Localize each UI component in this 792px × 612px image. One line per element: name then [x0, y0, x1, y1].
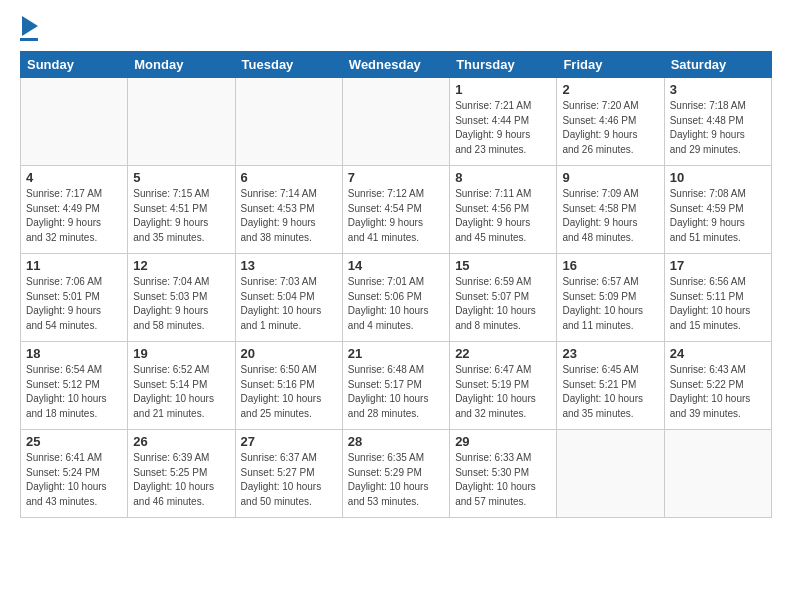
weekday-header-sunday: Sunday — [21, 52, 128, 78]
day-number: 8 — [455, 170, 551, 185]
day-number: 19 — [133, 346, 229, 361]
day-number: 17 — [670, 258, 766, 273]
calendar-cell: 6Sunrise: 7:14 AMSunset: 4:53 PMDaylight… — [235, 166, 342, 254]
day-number: 13 — [241, 258, 337, 273]
day-info: Sunrise: 6:52 AMSunset: 5:14 PMDaylight:… — [133, 363, 229, 421]
calendar-cell: 12Sunrise: 7:04 AMSunset: 5:03 PMDayligh… — [128, 254, 235, 342]
day-number: 24 — [670, 346, 766, 361]
day-number: 26 — [133, 434, 229, 449]
day-info: Sunrise: 7:15 AMSunset: 4:51 PMDaylight:… — [133, 187, 229, 245]
day-info: Sunrise: 7:01 AMSunset: 5:06 PMDaylight:… — [348, 275, 444, 333]
day-info: Sunrise: 7:04 AMSunset: 5:03 PMDaylight:… — [133, 275, 229, 333]
day-number: 12 — [133, 258, 229, 273]
day-number: 28 — [348, 434, 444, 449]
day-info: Sunrise: 7:09 AMSunset: 4:58 PMDaylight:… — [562, 187, 658, 245]
calendar-cell: 20Sunrise: 6:50 AMSunset: 5:16 PMDayligh… — [235, 342, 342, 430]
calendar-cell: 29Sunrise: 6:33 AMSunset: 5:30 PMDayligh… — [450, 430, 557, 518]
week-row-2: 4Sunrise: 7:17 AMSunset: 4:49 PMDaylight… — [21, 166, 772, 254]
calendar-cell: 23Sunrise: 6:45 AMSunset: 5:21 PMDayligh… — [557, 342, 664, 430]
day-number: 1 — [455, 82, 551, 97]
day-info: Sunrise: 6:47 AMSunset: 5:19 PMDaylight:… — [455, 363, 551, 421]
calendar-cell: 26Sunrise: 6:39 AMSunset: 5:25 PMDayligh… — [128, 430, 235, 518]
day-info: Sunrise: 7:08 AMSunset: 4:59 PMDaylight:… — [670, 187, 766, 245]
calendar-cell — [342, 78, 449, 166]
day-info: Sunrise: 6:56 AMSunset: 5:11 PMDaylight:… — [670, 275, 766, 333]
day-info: Sunrise: 6:59 AMSunset: 5:07 PMDaylight:… — [455, 275, 551, 333]
day-number: 27 — [241, 434, 337, 449]
day-number: 11 — [26, 258, 122, 273]
calendar-cell: 4Sunrise: 7:17 AMSunset: 4:49 PMDaylight… — [21, 166, 128, 254]
calendar-cell: 2Sunrise: 7:20 AMSunset: 4:46 PMDaylight… — [557, 78, 664, 166]
day-number: 18 — [26, 346, 122, 361]
calendar: SundayMondayTuesdayWednesdayThursdayFrid… — [20, 51, 772, 518]
calendar-cell: 27Sunrise: 6:37 AMSunset: 5:27 PMDayligh… — [235, 430, 342, 518]
day-number: 2 — [562, 82, 658, 97]
day-info: Sunrise: 7:11 AMSunset: 4:56 PMDaylight:… — [455, 187, 551, 245]
day-info: Sunrise: 6:33 AMSunset: 5:30 PMDaylight:… — [455, 451, 551, 509]
calendar-cell: 3Sunrise: 7:18 AMSunset: 4:48 PMDaylight… — [664, 78, 771, 166]
day-number: 5 — [133, 170, 229, 185]
calendar-cell: 1Sunrise: 7:21 AMSunset: 4:44 PMDaylight… — [450, 78, 557, 166]
day-number: 10 — [670, 170, 766, 185]
calendar-cell — [235, 78, 342, 166]
calendar-cell: 13Sunrise: 7:03 AMSunset: 5:04 PMDayligh… — [235, 254, 342, 342]
calendar-cell: 19Sunrise: 6:52 AMSunset: 5:14 PMDayligh… — [128, 342, 235, 430]
day-info: Sunrise: 7:06 AMSunset: 5:01 PMDaylight:… — [26, 275, 122, 333]
week-row-4: 18Sunrise: 6:54 AMSunset: 5:12 PMDayligh… — [21, 342, 772, 430]
day-number: 9 — [562, 170, 658, 185]
day-info: Sunrise: 7:18 AMSunset: 4:48 PMDaylight:… — [670, 99, 766, 157]
header — [20, 16, 772, 41]
day-info: Sunrise: 6:57 AMSunset: 5:09 PMDaylight:… — [562, 275, 658, 333]
week-row-3: 11Sunrise: 7:06 AMSunset: 5:01 PMDayligh… — [21, 254, 772, 342]
day-info: Sunrise: 7:21 AMSunset: 4:44 PMDaylight:… — [455, 99, 551, 157]
day-number: 16 — [562, 258, 658, 273]
week-row-5: 25Sunrise: 6:41 AMSunset: 5:24 PMDayligh… — [21, 430, 772, 518]
day-info: Sunrise: 7:03 AMSunset: 5:04 PMDaylight:… — [241, 275, 337, 333]
calendar-cell: 28Sunrise: 6:35 AMSunset: 5:29 PMDayligh… — [342, 430, 449, 518]
calendar-cell: 15Sunrise: 6:59 AMSunset: 5:07 PMDayligh… — [450, 254, 557, 342]
calendar-cell — [557, 430, 664, 518]
calendar-cell: 18Sunrise: 6:54 AMSunset: 5:12 PMDayligh… — [21, 342, 128, 430]
calendar-cell: 8Sunrise: 7:11 AMSunset: 4:56 PMDaylight… — [450, 166, 557, 254]
day-info: Sunrise: 6:54 AMSunset: 5:12 PMDaylight:… — [26, 363, 122, 421]
calendar-cell: 10Sunrise: 7:08 AMSunset: 4:59 PMDayligh… — [664, 166, 771, 254]
day-info: Sunrise: 6:48 AMSunset: 5:17 PMDaylight:… — [348, 363, 444, 421]
day-info: Sunrise: 6:35 AMSunset: 5:29 PMDaylight:… — [348, 451, 444, 509]
weekday-header-saturday: Saturday — [664, 52, 771, 78]
day-info: Sunrise: 6:41 AMSunset: 5:24 PMDaylight:… — [26, 451, 122, 509]
calendar-cell: 11Sunrise: 7:06 AMSunset: 5:01 PMDayligh… — [21, 254, 128, 342]
calendar-cell: 25Sunrise: 6:41 AMSunset: 5:24 PMDayligh… — [21, 430, 128, 518]
calendar-cell: 22Sunrise: 6:47 AMSunset: 5:19 PMDayligh… — [450, 342, 557, 430]
weekday-header-tuesday: Tuesday — [235, 52, 342, 78]
calendar-cell: 21Sunrise: 6:48 AMSunset: 5:17 PMDayligh… — [342, 342, 449, 430]
day-number: 14 — [348, 258, 444, 273]
calendar-cell: 5Sunrise: 7:15 AMSunset: 4:51 PMDaylight… — [128, 166, 235, 254]
day-number: 6 — [241, 170, 337, 185]
weekday-header-friday: Friday — [557, 52, 664, 78]
day-number: 15 — [455, 258, 551, 273]
calendar-cell: 7Sunrise: 7:12 AMSunset: 4:54 PMDaylight… — [342, 166, 449, 254]
day-info: Sunrise: 7:20 AMSunset: 4:46 PMDaylight:… — [562, 99, 658, 157]
calendar-cell: 9Sunrise: 7:09 AMSunset: 4:58 PMDaylight… — [557, 166, 664, 254]
day-number: 22 — [455, 346, 551, 361]
calendar-cell: 17Sunrise: 6:56 AMSunset: 5:11 PMDayligh… — [664, 254, 771, 342]
calendar-cell — [664, 430, 771, 518]
day-number: 7 — [348, 170, 444, 185]
weekday-header-monday: Monday — [128, 52, 235, 78]
day-info: Sunrise: 6:37 AMSunset: 5:27 PMDaylight:… — [241, 451, 337, 509]
day-info: Sunrise: 6:43 AMSunset: 5:22 PMDaylight:… — [670, 363, 766, 421]
weekday-header-thursday: Thursday — [450, 52, 557, 78]
calendar-cell: 16Sunrise: 6:57 AMSunset: 5:09 PMDayligh… — [557, 254, 664, 342]
day-number: 4 — [26, 170, 122, 185]
logo — [20, 16, 38, 41]
day-number: 21 — [348, 346, 444, 361]
day-number: 23 — [562, 346, 658, 361]
week-row-1: 1Sunrise: 7:21 AMSunset: 4:44 PMDaylight… — [21, 78, 772, 166]
weekday-header-row: SundayMondayTuesdayWednesdayThursdayFrid… — [21, 52, 772, 78]
calendar-cell: 24Sunrise: 6:43 AMSunset: 5:22 PMDayligh… — [664, 342, 771, 430]
calendar-cell — [21, 78, 128, 166]
day-info: Sunrise: 6:50 AMSunset: 5:16 PMDaylight:… — [241, 363, 337, 421]
day-number: 20 — [241, 346, 337, 361]
day-number: 25 — [26, 434, 122, 449]
day-info: Sunrise: 7:12 AMSunset: 4:54 PMDaylight:… — [348, 187, 444, 245]
